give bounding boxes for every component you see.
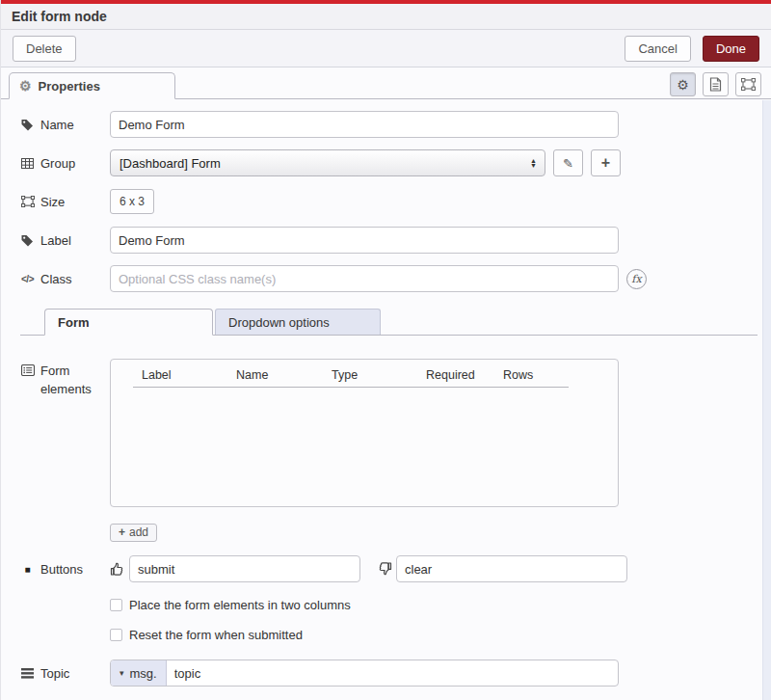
group-select-value: [Dashboard] Form bbox=[120, 156, 221, 171]
properties-view-button[interactable]: ⚙ bbox=[670, 72, 696, 96]
pencil-icon: ✎ bbox=[563, 156, 573, 171]
size-label: Size bbox=[20, 195, 110, 209]
size-button[interactable]: 6 x 3 bbox=[110, 189, 154, 214]
delete-button[interactable]: Delete bbox=[13, 36, 76, 62]
topic-type-label: msg. bbox=[130, 666, 157, 681]
thumbs-up-icon bbox=[110, 561, 125, 577]
form-elements-label: Form elements bbox=[20, 359, 110, 399]
reset-form-checkbox[interactable] bbox=[110, 629, 122, 641]
table-icon bbox=[20, 158, 35, 169]
plus-icon: + bbox=[601, 154, 610, 172]
form-subtab-bar: Form Dropdown options bbox=[20, 308, 758, 336]
plus-icon: + bbox=[119, 525, 125, 539]
appearance-view-button[interactable] bbox=[735, 72, 761, 96]
tab-properties-label: Properties bbox=[39, 79, 100, 94]
class-input[interactable] bbox=[110, 265, 619, 292]
name-row: Name bbox=[20, 111, 771, 138]
node-properties-form: Name Group [Dashboard] Form ▲▼ bbox=[1, 99, 771, 687]
document-icon bbox=[709, 77, 722, 92]
object-group-icon bbox=[20, 196, 35, 207]
group-row: Group [Dashboard] Form ▲▼ ✎ + bbox=[20, 149, 771, 176]
cancel-button[interactable]: Cancel bbox=[625, 36, 690, 62]
tag-icon bbox=[20, 119, 35, 131]
add-element-button[interactable]: + add bbox=[110, 524, 157, 542]
col-name: Name bbox=[236, 368, 332, 382]
submit-button-text-input[interactable] bbox=[129, 555, 360, 582]
col-rows: Rows bbox=[503, 368, 533, 382]
col-label: Label bbox=[142, 368, 236, 382]
gear-icon: ⚙ bbox=[677, 78, 689, 92]
edit-group-button[interactable]: ✎ bbox=[553, 149, 583, 176]
label-row: Label bbox=[20, 227, 771, 254]
editor-tab-bar: ⚙ Properties ⚙ bbox=[1, 67, 771, 99]
group-label: Group bbox=[20, 156, 110, 171]
add-group-button[interactable]: + bbox=[591, 149, 621, 176]
tag-icon bbox=[20, 234, 35, 247]
size-row: Size 6 x 3 bbox=[20, 188, 771, 215]
buttons-row: ■ Buttons bbox=[20, 555, 771, 582]
add-element-row: + add bbox=[20, 519, 771, 546]
tab-dropdown-options[interactable]: Dropdown options bbox=[215, 309, 381, 335]
two-columns-checkbox[interactable] bbox=[110, 599, 122, 611]
label-input[interactable] bbox=[110, 227, 619, 254]
two-columns-label: Place the form elements in two columns bbox=[129, 598, 351, 612]
name-input[interactable] bbox=[110, 111, 619, 138]
form-elements-header: Label Name Type Required Rows bbox=[111, 360, 618, 387]
class-row: </> Class fx bbox=[20, 265, 771, 292]
class-label: </> Class bbox=[20, 272, 110, 286]
tab-properties[interactable]: ⚙ Properties bbox=[9, 72, 175, 99]
clear-button-text-input[interactable] bbox=[396, 555, 627, 582]
done-button[interactable]: Done bbox=[703, 36, 759, 62]
topic-typed-input: ▾ msg. bbox=[110, 660, 619, 687]
square-icon: ■ bbox=[20, 564, 35, 575]
gear-icon: ⚙ bbox=[19, 79, 32, 93]
group-select[interactable]: [Dashboard] Form ▲▼ bbox=[110, 149, 545, 176]
form-elements-table[interactable]: Label Name Type Required Rows bbox=[110, 359, 619, 507]
form-elements-row: Form elements Label Name Type Required R… bbox=[20, 359, 771, 507]
caret-down-icon: ▾ bbox=[120, 668, 124, 678]
col-type: Type bbox=[332, 368, 426, 382]
thumbs-down-icon bbox=[377, 561, 392, 577]
dialog-action-row: Delete Cancel Done bbox=[1, 30, 771, 67]
list-alt-icon bbox=[20, 363, 35, 376]
topic-type-select[interactable]: ▾ msg. bbox=[111, 660, 167, 686]
reset-form-option: Reset the form when submitted bbox=[110, 628, 771, 642]
description-view-button[interactable] bbox=[703, 72, 729, 96]
expression-fx-button[interactable]: fx bbox=[626, 269, 647, 289]
topic-row: Topic ▾ msg. bbox=[20, 660, 771, 687]
scrollbar-track[interactable] bbox=[762, 100, 771, 700]
select-arrows-icon: ▲▼ bbox=[530, 158, 537, 168]
topic-input[interactable] bbox=[167, 660, 618, 686]
dialog-title: Edit form node bbox=[12, 9, 107, 24]
col-required: Required bbox=[426, 368, 503, 382]
dialog-header: Edit form node bbox=[1, 4, 771, 30]
object-group-icon bbox=[741, 78, 756, 91]
two-columns-option: Place the form elements in two columns bbox=[110, 598, 771, 612]
code-icon: </> bbox=[20, 274, 35, 284]
name-label: Name bbox=[20, 118, 110, 132]
header-divider bbox=[133, 387, 569, 388]
buttons-label: ■ Buttons bbox=[20, 562, 110, 577]
tab-form[interactable]: Form bbox=[44, 309, 213, 336]
label-label: Label bbox=[20, 233, 110, 248]
topic-label: Topic bbox=[20, 666, 110, 681]
tasks-icon bbox=[20, 668, 35, 679]
reset-form-label: Reset the form when submitted bbox=[129, 628, 303, 642]
